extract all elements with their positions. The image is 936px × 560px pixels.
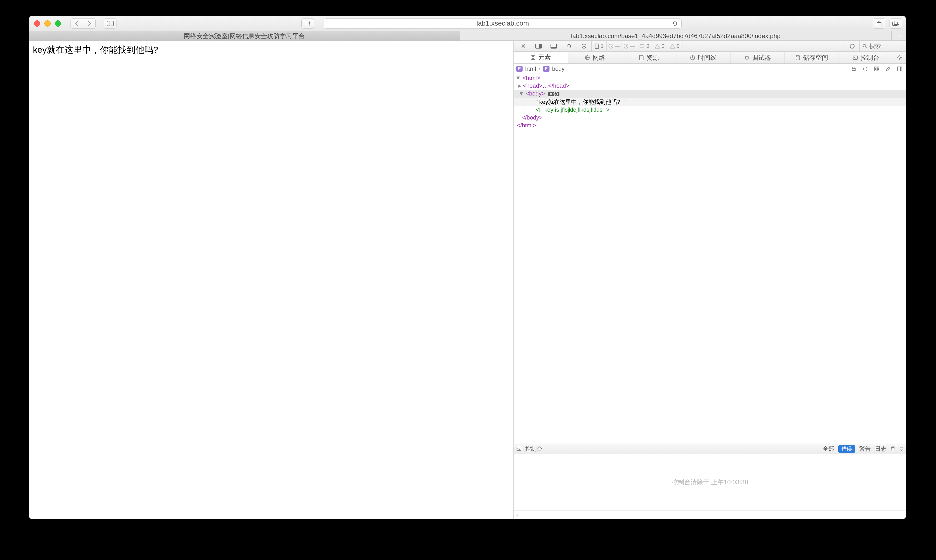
breadcrumb-html[interactable]: html	[525, 66, 536, 72]
filter-warnings[interactable]: 警告	[859, 445, 871, 453]
collapse-console-button[interactable]	[899, 446, 904, 451]
search-input[interactable]	[870, 43, 896, 49]
filter-logs[interactable]: 日志	[875, 445, 887, 453]
dom-breadcrumb: E html › E body	[514, 64, 906, 74]
filter-errors[interactable]: 错误	[838, 445, 855, 453]
svg-rect-27	[853, 56, 857, 60]
safari-window: lab1.xseclab.com 网络安全实验室|网络信息安全攻防学习平台	[29, 15, 906, 519]
svg-rect-8	[551, 47, 557, 48]
url-text: lab1.xseclab.com	[324, 19, 682, 28]
inspector-tabs: 元素 网络 资源	[514, 52, 906, 64]
debugger-icon	[744, 55, 749, 60]
console-title: 控制台	[525, 445, 543, 453]
svg-rect-6	[539, 44, 541, 48]
reload-page-button[interactable]	[561, 41, 577, 52]
browser-tab-1[interactable]: lab1.xseclab.com/base1_4a4d993ed7bd7d467…	[460, 31, 891, 40]
traffic-lights	[34, 20, 61, 27]
svg-point-26	[796, 55, 800, 57]
clock-icon	[690, 55, 695, 60]
forward-button[interactable]	[83, 18, 96, 29]
element-badge-icon: E	[543, 66, 549, 72]
storage-icon	[795, 55, 800, 60]
dock-bottom-button[interactable]	[546, 41, 561, 52]
page-text: key就在这里中，你能找到他吗?	[33, 45, 158, 55]
sidebar-toggle-button[interactable]	[104, 18, 116, 29]
svg-point-13	[863, 45, 866, 47]
console-prompt[interactable]: ›	[514, 511, 906, 519]
tab-network[interactable]: 网络	[568, 52, 622, 63]
console-drawer: 控制台清除于 上午10:03:38 ›	[514, 454, 906, 519]
grid-icon[interactable]	[873, 65, 880, 73]
download-button[interactable]	[577, 41, 592, 52]
nav-buttons	[71, 18, 96, 29]
share-button[interactable]	[873, 18, 885, 29]
svg-rect-0	[107, 21, 113, 26]
browser-tab-0[interactable]: 网络安全实验室|网络信息安全攻防学习平台	[29, 31, 460, 40]
chevron-right-icon: ›	[539, 66, 541, 72]
svg-rect-35	[897, 67, 902, 71]
breadcrumb-body[interactable]: body	[552, 66, 564, 72]
brackets-icon[interactable]	[861, 65, 869, 73]
svg-line-24	[745, 56, 746, 57]
tab-timelines[interactable]: 时间线	[676, 52, 731, 63]
dock-right-button[interactable]	[531, 41, 546, 52]
svg-rect-3	[893, 22, 897, 26]
minimize-window-button[interactable]	[45, 20, 51, 27]
svg-point-28	[899, 57, 901, 58]
tab-storage[interactable]: 储存空间	[785, 52, 839, 63]
window-titlebar: lab1.xseclab.com	[29, 15, 906, 31]
svg-rect-29	[852, 68, 855, 71]
resources-icon	[639, 55, 644, 60]
zoom-window-button[interactable]	[55, 20, 61, 27]
close-window-button[interactable]	[34, 20, 40, 27]
inspector-search[interactable]	[860, 41, 904, 52]
tab-label: 网络安全实验室|网络信息安全攻防学习平台	[184, 32, 305, 40]
svg-line-14	[865, 47, 867, 48]
svg-rect-31	[874, 67, 876, 68]
dom-tree[interactable]: ▼ <html> ▸ <head>…</head> ▼ <body> = $0 …	[514, 74, 906, 444]
svg-rect-33	[874, 69, 876, 71]
svg-rect-23	[745, 57, 748, 59]
svg-rect-16	[534, 55, 535, 57]
element-picker-button[interactable]	[845, 41, 860, 52]
rendered-page: key就在这里中，你能找到他吗?	[29, 41, 513, 519]
extension-button[interactable]	[301, 18, 314, 29]
svg-rect-15	[531, 55, 532, 57]
panel-icon[interactable]	[896, 65, 904, 73]
close-inspector-button[interactable]: ✕	[516, 41, 531, 52]
tabs-overview-button[interactable]	[890, 18, 902, 29]
tab-debugger[interactable]: 调试器	[731, 52, 785, 63]
tab-console[interactable]: 控制台	[839, 52, 893, 63]
print-icon[interactable]	[850, 65, 857, 73]
element-badge-icon: E	[516, 66, 523, 72]
tab-elements[interactable]: 元素	[514, 52, 568, 63]
tab-settings[interactable]	[893, 52, 906, 63]
svg-line-25	[748, 56, 748, 57]
svg-point-12	[850, 44, 854, 48]
svg-rect-4	[894, 21, 899, 25]
console-drawer-header: 控制台 全部 错误 警告 日志	[514, 444, 906, 454]
resource-counter: 1	[592, 41, 607, 52]
svg-rect-37	[517, 447, 521, 451]
filter-all[interactable]: 全部	[823, 445, 834, 453]
clear-console-button[interactable]	[891, 446, 895, 451]
back-button[interactable]	[71, 18, 83, 29]
edit-icon[interactable]	[884, 65, 892, 73]
console-drawer-icon[interactable]	[516, 446, 521, 451]
web-inspector: ✕ 1	[513, 41, 906, 519]
tab-resources[interactable]: 资源	[622, 52, 676, 63]
svg-rect-34	[877, 69, 879, 71]
new-tab-button[interactable]: +	[891, 31, 906, 40]
tab-strip: 网络安全实验室|网络信息安全攻防学习平台 lab1.xseclab.com/ba…	[29, 31, 906, 41]
time-counter-2: —	[622, 41, 637, 52]
svg-rect-18	[534, 58, 535, 60]
svg-rect-30	[853, 67, 855, 68]
log-counter: 0	[667, 41, 682, 52]
console-icon	[853, 55, 858, 60]
elements-icon	[530, 55, 536, 60]
gear-icon	[897, 55, 902, 60]
error-counter: 0	[637, 41, 652, 52]
address-bar[interactable]: lab1.xseclab.com	[324, 18, 682, 29]
search-icon	[863, 44, 867, 49]
svg-rect-17	[531, 58, 532, 60]
